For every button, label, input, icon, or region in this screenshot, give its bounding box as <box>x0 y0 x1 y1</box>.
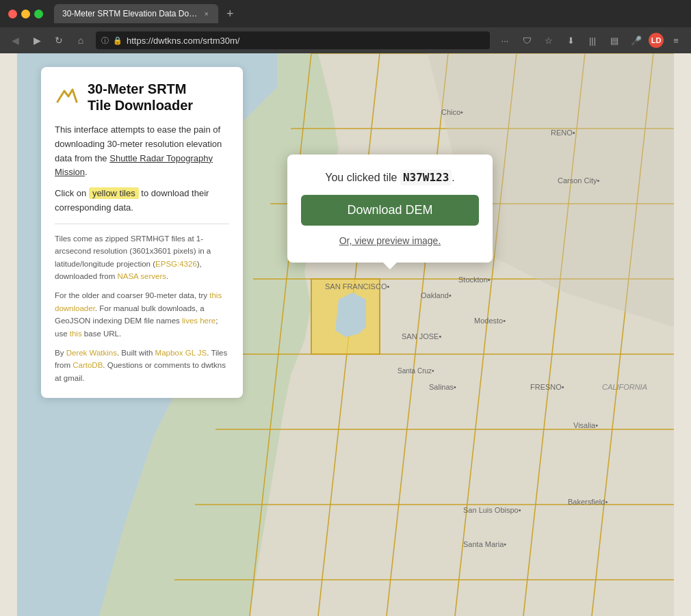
main-content: Chico• RENO• Carson City• Stockton• SAN … <box>0 53 691 616</box>
svg-text:Santa Maria•: Santa Maria• <box>463 540 506 548</box>
lives-here-link[interactable]: lives here <box>182 317 216 325</box>
click-instruction: Click on yellow tiles to download their … <box>55 187 229 215</box>
close-button[interactable] <box>8 10 17 18</box>
home-button[interactable]: ⌂ <box>71 31 90 50</box>
sidebar-header: 30-Meter SRTM Tile Downloader <box>55 81 229 113</box>
svg-text:SAN FRANCISCO•: SAN FRANCISCO• <box>325 282 389 291</box>
traffic-lights <box>8 10 43 18</box>
back-button[interactable]: ◀ <box>5 31 25 50</box>
mapbox-link[interactable]: Mapbox GL JS <box>155 349 207 357</box>
reload-button[interactable]: ↻ <box>49 31 68 50</box>
active-tab[interactable]: 30-Meter SRTM Elevation Data Dow... × <box>54 4 218 23</box>
download-dem-button[interactable]: Download DEM <box>301 195 479 226</box>
tab-close-button[interactable]: × <box>203 8 210 19</box>
svg-text:San Luis Obispo•: San Luis Obispo• <box>463 506 521 514</box>
minimize-button[interactable] <box>21 10 30 18</box>
svg-text:Oakland•: Oakland• <box>421 291 452 299</box>
url-text: https://dwtkns.com/srtm30m/ <box>127 36 239 46</box>
yellow-tiles-badge: yellow tiles <box>89 187 139 199</box>
svg-text:Bakersfield•: Bakersfield• <box>568 498 608 506</box>
bookmark-button[interactable]: ☆ <box>539 31 558 50</box>
maximize-button[interactable] <box>34 10 43 18</box>
svg-text:Modesto•: Modesto• <box>474 317 506 325</box>
preview-link[interactable]: Or, view preview image. <box>301 235 479 246</box>
tab-bar: 30-Meter SRTM Elevation Data Dow... × + <box>54 4 683 24</box>
forward-button[interactable]: ▶ <box>27 31 47 50</box>
titlebar: 30-Meter SRTM Elevation Data Dow... × + <box>0 0 691 27</box>
home-icon: ⌂ <box>78 35 83 46</box>
new-tab-button[interactable]: + <box>221 4 239 24</box>
svg-text:Salinas•: Salinas• <box>429 383 456 391</box>
tile-info: Tiles come as zipped SRTMHGT files at 1-… <box>55 232 229 283</box>
footer: By Derek Watkins. Built with Mapbox GL J… <box>55 347 229 384</box>
svg-text:FRESNO•: FRESNO• <box>530 383 564 391</box>
more-button[interactable]: ··· <box>495 31 514 50</box>
sidebar-title: 30-Meter SRTM Tile Downloader <box>88 81 193 113</box>
older-data-info: For the older and coarser 90-meter data,… <box>55 289 229 340</box>
address-bar[interactable]: ⓘ 🔒 https://dwtkns.com/srtm30m/ <box>96 31 490 49</box>
back-icon: ◀ <box>12 35 19 46</box>
svg-text:SAN JOSE•: SAN JOSE• <box>402 332 441 340</box>
avatar[interactable]: LD <box>649 33 664 48</box>
menu-button[interactable]: ≡ <box>666 31 686 50</box>
tile-code: N37W123 <box>400 170 452 185</box>
svg-text:Chico•: Chico• <box>441 108 463 116</box>
info-icon: ⓘ <box>101 36 109 46</box>
logo-icon <box>55 83 79 111</box>
reader-button[interactable]: ▤ <box>605 31 624 50</box>
nav-actions: ··· 🛡 ☆ ⬇ ||| ▤ 🎤 LD ≡ <box>495 31 686 50</box>
svg-text:Carson City•: Carson City• <box>558 176 599 185</box>
cartodb-link[interactable]: CartoDB <box>73 361 103 369</box>
tab-title: 30-Meter SRTM Elevation Data Dow... <box>62 9 199 18</box>
divider <box>55 224 229 224</box>
epsg-link[interactable]: EPSG:4326 <box>155 260 197 268</box>
derek-link[interactable]: Derek Watkins <box>66 349 117 357</box>
popup-text: You clicked tile N37W123. <box>301 171 479 184</box>
lock-icon: 🔒 <box>113 36 122 45</box>
tile-popup: You clicked tile N37W123. Download DEM O… <box>287 155 493 263</box>
mic-button[interactable]: 🎤 <box>627 31 646 50</box>
sidebar-description: This interface attempts to ease the pain… <box>55 123 229 180</box>
nasa-link[interactable]: NASA servers <box>117 272 166 280</box>
library-button[interactable]: ||| <box>583 31 602 50</box>
reload-icon: ↻ <box>55 35 63 46</box>
this-base-url-link[interactable]: this <box>70 330 82 338</box>
shield-button[interactable]: 🛡 <box>517 31 536 50</box>
download-button[interactable]: ⬇ <box>561 31 580 50</box>
svg-text:RENO•: RENO• <box>551 129 575 137</box>
sidebar-panel: 30-Meter SRTM Tile Downloader This inter… <box>41 67 243 398</box>
navbar: ◀ ▶ ↻ ⌂ ⓘ 🔒 https://dwtkns.com/srtm30m/ … <box>0 27 691 53</box>
forward-icon: ▶ <box>34 35 41 46</box>
svg-text:CALIFORNIA: CALIFORNIA <box>602 383 647 391</box>
svg-text:Stockton•: Stockton• <box>458 276 491 284</box>
svg-text:Santa Cruz•: Santa Cruz• <box>397 367 434 375</box>
svg-text:Visalia•: Visalia• <box>573 421 598 429</box>
